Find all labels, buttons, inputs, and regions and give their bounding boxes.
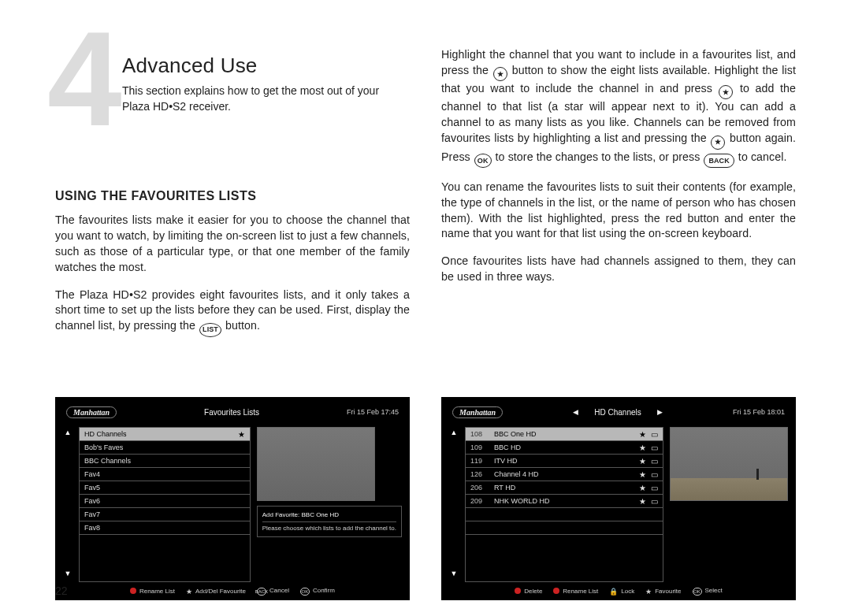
footer-hint: BACKCancel	[257, 587, 289, 596]
nav-right-icon: ▶	[657, 408, 663, 416]
page-number: 22	[55, 584, 68, 597]
info-panel: Add Favorite: BBC One HD Please choose w…	[257, 506, 402, 537]
star-button-icon: ★	[711, 135, 725, 150]
star-button-icon: ★	[493, 67, 507, 81]
list-row: Fav6	[80, 495, 250, 508]
clock: Fri 15 Feb 17:45	[347, 408, 399, 416]
chapter-number: 4	[47, 12, 117, 146]
footer-hints: DeleteRename List🔒Lock★FavouriteOKSelect	[449, 582, 788, 596]
scroll-up-icon: ▲	[451, 429, 458, 436]
clock: Fri 15 Feb 18:01	[733, 408, 785, 416]
footer-hint: 🔒Lock	[609, 588, 634, 596]
list-row: Fav4	[80, 468, 250, 481]
footer-hint: ★Add/Del Favourite	[186, 588, 246, 596]
footer-hints: Rename List★Add/Del FavouriteBACKCancelO…	[63, 582, 402, 596]
scroll-down-icon: ▼	[65, 570, 72, 577]
footer-hint: Rename List	[130, 588, 175, 595]
nav-left-icon: ◀	[573, 408, 578, 416]
chapter-title: Advanced Use	[122, 54, 477, 78]
favourites-list: HD Channels★Bob's FavesBBC ChannelsFav4F…	[79, 427, 251, 582]
footer-hint: ★Favourite	[645, 588, 681, 596]
footer-hint: OKConfirm	[300, 587, 335, 596]
back-button-icon: BACK	[704, 154, 734, 168]
body-paragraph: Once favourites lists have had channels …	[441, 254, 796, 285]
tv-icon: ▭	[651, 497, 658, 506]
star-icon: ★	[238, 430, 245, 439]
scroll-down-icon: ▼	[451, 570, 458, 577]
brand-logo: Manhattan	[452, 406, 503, 418]
star-icon: ★	[639, 497, 646, 506]
star-icon: ★	[639, 484, 646, 492]
tv-icon: ▭	[651, 430, 658, 439]
list-row: 206RT HD★▭	[466, 481, 663, 495]
list-row: 126Channel 4 HD★▭	[466, 468, 663, 481]
left-column: 4 Advanced Use This section explains how…	[55, 47, 410, 600]
list-row: 209NHK WORLD HD★▭	[466, 495, 663, 508]
video-preview	[257, 427, 375, 501]
brand-logo: Manhattan	[66, 406, 117, 418]
screenshot-favourites-lists: Manhattan Favourites Lists Fri 15 Feb 17…	[55, 397, 410, 600]
star-icon: ★	[639, 470, 646, 479]
right-column: Highlight the channel that you want to i…	[441, 47, 796, 600]
ok-button-icon: OK	[474, 154, 492, 168]
list-row: 108BBC One HD★▭	[466, 428, 663, 441]
list-row	[466, 521, 663, 535]
tv-icon: ▭	[651, 484, 658, 492]
list-row: Bob's Faves	[80, 441, 250, 455]
star-icon: ★	[639, 443, 646, 452]
list-row: Fav5	[80, 481, 250, 495]
list-button-icon: LIST	[199, 323, 221, 337]
body-paragraph: Highlight the channel that you want to i…	[441, 47, 796, 168]
list-row: Fav8	[80, 521, 250, 535]
chapter-intro: This section explains how to get the mos…	[122, 83, 406, 114]
list-row: Fav7	[80, 508, 250, 521]
body-paragraph: The favourites lists make it easier for …	[55, 213, 410, 276]
star-icon: ★	[639, 430, 646, 439]
tv-icon: ▭	[651, 470, 658, 479]
tv-icon: ▭	[651, 457, 658, 466]
tv-icon: ▭	[651, 443, 658, 452]
body-paragraph: The Plaza HD•S2 provides eight favourite…	[55, 288, 410, 337]
screen-title: ◀ HD Channels ▶	[503, 408, 733, 417]
footer-hint: Delete	[515, 588, 542, 595]
list-row	[466, 508, 663, 521]
footer-hint: Rename List	[553, 588, 598, 595]
list-row: 119ITV HD★▭	[466, 455, 663, 468]
chapter-header: 4 Advanced Use This section explains how…	[55, 47, 410, 158]
star-button-icon: ★	[719, 85, 733, 99]
list-row: BBC Channels	[80, 455, 250, 468]
body-paragraph: You can rename the favourites lists to s…	[441, 180, 796, 243]
list-row: HD Channels★	[80, 428, 250, 441]
section-heading: USING THE FAVOURITES LISTS	[55, 189, 410, 203]
star-icon: ★	[639, 457, 646, 466]
video-preview	[670, 427, 788, 501]
list-row: 109BBC HD★▭	[466, 441, 663, 455]
scroll-up-icon: ▲	[65, 429, 72, 436]
channel-list: 108BBC One HD★▭109BBC HD★▭119ITV HD★▭126…	[465, 427, 663, 582]
screenshot-hd-channels: Manhattan ◀ HD Channels ▶ Fri 15 Feb 18:…	[441, 397, 796, 600]
screen-title: Favourites Lists	[117, 408, 347, 417]
footer-hint: OKSelect	[693, 587, 723, 596]
